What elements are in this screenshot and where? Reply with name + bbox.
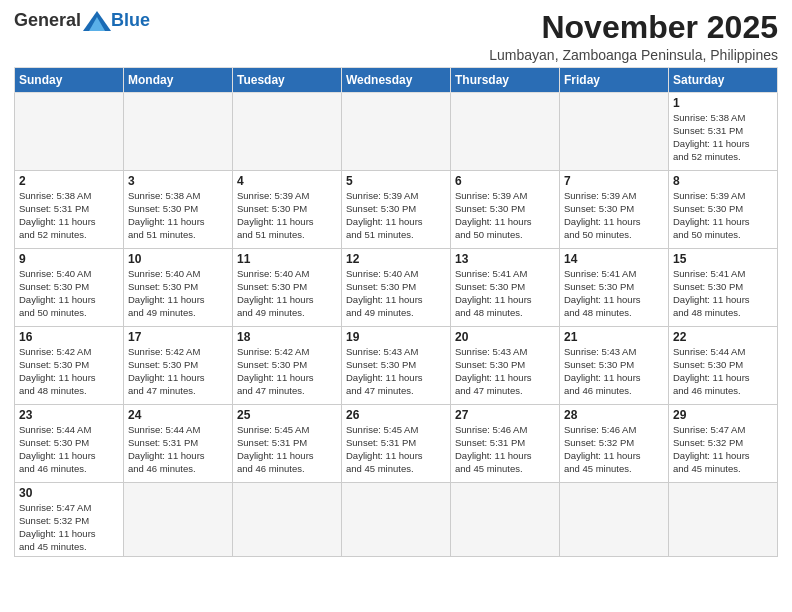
cal-cell [451, 93, 560, 171]
cal-cell: 1Sunrise: 5:38 AM Sunset: 5:31 PM Daylig… [669, 93, 778, 171]
day-number: 29 [673, 408, 773, 422]
cell-text: Sunrise: 5:44 AM Sunset: 5:30 PM Dayligh… [673, 346, 773, 397]
day-header-friday: Friday [560, 68, 669, 93]
cal-cell [15, 93, 124, 171]
day-number: 26 [346, 408, 446, 422]
cal-cell: 5Sunrise: 5:39 AM Sunset: 5:30 PM Daylig… [342, 171, 451, 249]
day-number: 25 [237, 408, 337, 422]
cal-cell [233, 93, 342, 171]
day-number: 14 [564, 252, 664, 266]
calendar-table: SundayMondayTuesdayWednesdayThursdayFrid… [14, 67, 778, 557]
cal-cell: 3Sunrise: 5:38 AM Sunset: 5:30 PM Daylig… [124, 171, 233, 249]
logo: General Blue [14, 10, 150, 31]
cal-cell: 30Sunrise: 5:47 AM Sunset: 5:32 PM Dayli… [15, 483, 124, 557]
cell-text: Sunrise: 5:42 AM Sunset: 5:30 PM Dayligh… [19, 346, 119, 397]
day-header-thursday: Thursday [451, 68, 560, 93]
header-row: SundayMondayTuesdayWednesdayThursdayFrid… [15, 68, 778, 93]
page: General Blue November 2025 Lumbayan, Zam… [0, 0, 792, 612]
cal-cell: 10Sunrise: 5:40 AM Sunset: 5:30 PM Dayli… [124, 249, 233, 327]
cell-text: Sunrise: 5:42 AM Sunset: 5:30 PM Dayligh… [237, 346, 337, 397]
day-number: 22 [673, 330, 773, 344]
day-number: 2 [19, 174, 119, 188]
day-number: 12 [346, 252, 446, 266]
cell-text: Sunrise: 5:39 AM Sunset: 5:30 PM Dayligh… [564, 190, 664, 241]
cal-cell: 8Sunrise: 5:39 AM Sunset: 5:30 PM Daylig… [669, 171, 778, 249]
day-number: 18 [237, 330, 337, 344]
week-row-3: 16Sunrise: 5:42 AM Sunset: 5:30 PM Dayli… [15, 327, 778, 405]
cell-text: Sunrise: 5:46 AM Sunset: 5:31 PM Dayligh… [455, 424, 555, 475]
cell-text: Sunrise: 5:42 AM Sunset: 5:30 PM Dayligh… [128, 346, 228, 397]
cell-text: Sunrise: 5:43 AM Sunset: 5:30 PM Dayligh… [346, 346, 446, 397]
cal-cell: 18Sunrise: 5:42 AM Sunset: 5:30 PM Dayli… [233, 327, 342, 405]
logo-general-text: General [14, 10, 81, 31]
cell-text: Sunrise: 5:44 AM Sunset: 5:31 PM Dayligh… [128, 424, 228, 475]
day-number: 3 [128, 174, 228, 188]
cal-cell: 28Sunrise: 5:46 AM Sunset: 5:32 PM Dayli… [560, 405, 669, 483]
cal-cell: 25Sunrise: 5:45 AM Sunset: 5:31 PM Dayli… [233, 405, 342, 483]
cal-cell: 2Sunrise: 5:38 AM Sunset: 5:31 PM Daylig… [15, 171, 124, 249]
logo-blue-text: Blue [111, 10, 150, 31]
day-header-saturday: Saturday [669, 68, 778, 93]
cal-cell [560, 93, 669, 171]
cell-text: Sunrise: 5:38 AM Sunset: 5:31 PM Dayligh… [673, 112, 773, 163]
day-number: 11 [237, 252, 337, 266]
cal-cell: 14Sunrise: 5:41 AM Sunset: 5:30 PM Dayli… [560, 249, 669, 327]
cell-text: Sunrise: 5:40 AM Sunset: 5:30 PM Dayligh… [19, 268, 119, 319]
cell-text: Sunrise: 5:39 AM Sunset: 5:30 PM Dayligh… [455, 190, 555, 241]
cell-text: Sunrise: 5:38 AM Sunset: 5:30 PM Dayligh… [128, 190, 228, 241]
day-header-wednesday: Wednesday [342, 68, 451, 93]
day-number: 6 [455, 174, 555, 188]
cell-text: Sunrise: 5:46 AM Sunset: 5:32 PM Dayligh… [564, 424, 664, 475]
cal-cell: 24Sunrise: 5:44 AM Sunset: 5:31 PM Dayli… [124, 405, 233, 483]
location-title: Lumbayan, Zamboanga Peninsula, Philippin… [489, 47, 778, 63]
day-number: 8 [673, 174, 773, 188]
cell-text: Sunrise: 5:40 AM Sunset: 5:30 PM Dayligh… [237, 268, 337, 319]
cal-cell: 13Sunrise: 5:41 AM Sunset: 5:30 PM Dayli… [451, 249, 560, 327]
day-header-tuesday: Tuesday [233, 68, 342, 93]
day-number: 28 [564, 408, 664, 422]
cell-text: Sunrise: 5:40 AM Sunset: 5:30 PM Dayligh… [346, 268, 446, 319]
cell-text: Sunrise: 5:47 AM Sunset: 5:32 PM Dayligh… [673, 424, 773, 475]
day-number: 10 [128, 252, 228, 266]
cal-cell [233, 483, 342, 557]
day-header-monday: Monday [124, 68, 233, 93]
cal-cell: 29Sunrise: 5:47 AM Sunset: 5:32 PM Dayli… [669, 405, 778, 483]
day-number: 5 [346, 174, 446, 188]
cell-text: Sunrise: 5:41 AM Sunset: 5:30 PM Dayligh… [564, 268, 664, 319]
cell-text: Sunrise: 5:38 AM Sunset: 5:31 PM Dayligh… [19, 190, 119, 241]
cell-text: Sunrise: 5:41 AM Sunset: 5:30 PM Dayligh… [673, 268, 773, 319]
cell-text: Sunrise: 5:41 AM Sunset: 5:30 PM Dayligh… [455, 268, 555, 319]
cell-text: Sunrise: 5:45 AM Sunset: 5:31 PM Dayligh… [237, 424, 337, 475]
cal-cell: 7Sunrise: 5:39 AM Sunset: 5:30 PM Daylig… [560, 171, 669, 249]
week-row-1: 2Sunrise: 5:38 AM Sunset: 5:31 PM Daylig… [15, 171, 778, 249]
cal-cell: 16Sunrise: 5:42 AM Sunset: 5:30 PM Dayli… [15, 327, 124, 405]
day-number: 30 [19, 486, 119, 500]
day-number: 21 [564, 330, 664, 344]
cal-cell: 19Sunrise: 5:43 AM Sunset: 5:30 PM Dayli… [342, 327, 451, 405]
cal-cell: 12Sunrise: 5:40 AM Sunset: 5:30 PM Dayli… [342, 249, 451, 327]
cal-cell [669, 483, 778, 557]
cal-cell: 17Sunrise: 5:42 AM Sunset: 5:30 PM Dayli… [124, 327, 233, 405]
cal-cell: 20Sunrise: 5:43 AM Sunset: 5:30 PM Dayli… [451, 327, 560, 405]
cal-cell: 15Sunrise: 5:41 AM Sunset: 5:30 PM Dayli… [669, 249, 778, 327]
day-number: 20 [455, 330, 555, 344]
cal-cell: 27Sunrise: 5:46 AM Sunset: 5:31 PM Dayli… [451, 405, 560, 483]
cell-text: Sunrise: 5:39 AM Sunset: 5:30 PM Dayligh… [673, 190, 773, 241]
day-number: 4 [237, 174, 337, 188]
cal-cell [451, 483, 560, 557]
cell-text: Sunrise: 5:43 AM Sunset: 5:30 PM Dayligh… [564, 346, 664, 397]
day-number: 15 [673, 252, 773, 266]
week-row-4: 23Sunrise: 5:44 AM Sunset: 5:30 PM Dayli… [15, 405, 778, 483]
day-number: 17 [128, 330, 228, 344]
cal-cell [342, 93, 451, 171]
cal-cell: 22Sunrise: 5:44 AM Sunset: 5:30 PM Dayli… [669, 327, 778, 405]
cell-text: Sunrise: 5:39 AM Sunset: 5:30 PM Dayligh… [346, 190, 446, 241]
cal-cell: 26Sunrise: 5:45 AM Sunset: 5:31 PM Dayli… [342, 405, 451, 483]
day-number: 23 [19, 408, 119, 422]
cell-text: Sunrise: 5:43 AM Sunset: 5:30 PM Dayligh… [455, 346, 555, 397]
logo-area: General Blue [14, 10, 150, 31]
day-number: 27 [455, 408, 555, 422]
week-row-0: 1Sunrise: 5:38 AM Sunset: 5:31 PM Daylig… [15, 93, 778, 171]
cell-text: Sunrise: 5:39 AM Sunset: 5:30 PM Dayligh… [237, 190, 337, 241]
cell-text: Sunrise: 5:45 AM Sunset: 5:31 PM Dayligh… [346, 424, 446, 475]
